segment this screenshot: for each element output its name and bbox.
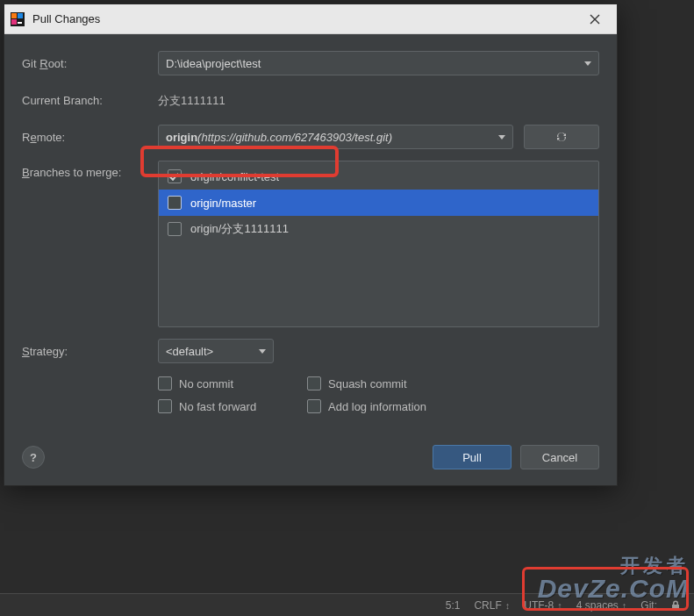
indent[interactable]: 4 spaces <box>571 599 633 612</box>
no-fast-forward-checkbox[interactable]: No fast forward <box>158 399 307 413</box>
chevron-down-icon <box>584 61 591 66</box>
remote-row: Remote: origin(https://github.com/627463… <box>22 124 599 150</box>
chevron-down-icon <box>498 135 505 140</box>
no-commit-checkbox[interactable]: No commit <box>158 376 307 390</box>
current-branch-value: 分支1111111 <box>158 91 225 109</box>
branch-item[interactable]: origin/master <box>159 190 598 216</box>
remote-value: origin(https://github.com/627463903/test… <box>166 131 392 144</box>
intellij-icon <box>10 11 25 27</box>
cancel-button[interactable]: Cancel <box>520 445 599 469</box>
branch-checkbox[interactable] <box>168 169 182 183</box>
strategy-select[interactable]: <default> <box>158 339 274 363</box>
remote-label: Remote: <box>22 131 158 144</box>
branches-label: Branches to merge: <box>22 161 158 179</box>
lock-icon[interactable] <box>666 600 685 611</box>
svg-rect-3 <box>11 19 17 25</box>
branches-row: Branches to merge: origin/conflict-test … <box>22 161 599 327</box>
branch-label: origin/master <box>190 197 256 210</box>
options-row: No commit Squash commit No fast forward … <box>22 375 599 413</box>
git-root-row: Git Root: D:\idea\project\test <box>22 50 599 76</box>
checkbox-icon <box>307 399 321 413</box>
line-separator[interactable]: CRLF <box>469 599 515 612</box>
remote-select[interactable]: origin(https://github.com/627463903/test… <box>158 125 513 149</box>
git-root-label: Git Root: <box>22 57 158 70</box>
chevron-down-icon <box>259 349 266 354</box>
help-button[interactable]: ? <box>22 446 45 469</box>
branch-checkbox[interactable] <box>168 196 182 210</box>
status-bar: 5:1 CRLF UTF-8 4 spaces Git: <box>0 593 694 616</box>
refresh-icon <box>554 130 569 144</box>
strategy-label: Strategy: <box>22 345 158 358</box>
refresh-button[interactable] <box>524 125 599 149</box>
git-root-select[interactable]: D:\idea\project\test <box>158 51 599 75</box>
svg-rect-4 <box>18 22 22 24</box>
git-root-value: D:\idea\project\test <box>166 57 261 70</box>
close-icon <box>590 14 600 25</box>
squash-commit-checkbox[interactable]: Squash commit <box>307 376 483 390</box>
dialog-title: Pull Changes <box>32 12 580 25</box>
encoding[interactable]: UTF-8 <box>519 599 568 612</box>
git-widget[interactable]: Git: <box>635 599 662 612</box>
dialog-content: Git Root: D:\idea\project\test Current B… <box>4 34 617 433</box>
titlebar: Pull Changes <box>4 4 617 34</box>
branch-label: origin/分支1111111 <box>190 221 289 237</box>
close-button[interactable] <box>580 9 610 30</box>
svg-rect-2 <box>18 13 23 18</box>
checkbox-icon <box>158 399 172 413</box>
current-branch-row: Current Branch: 分支1111111 <box>22 87 599 113</box>
strategy-value: <default> <box>166 345 213 358</box>
dialog-footer: ? Pull Cancel <box>4 433 617 485</box>
pull-changes-dialog: Pull Changes Git Root: D:\idea\project\t… <box>4 4 618 486</box>
branches-list[interactable]: origin/conflict-test origin/master origi… <box>158 161 599 327</box>
options-grid: No commit Squash commit No fast forward … <box>158 376 483 413</box>
branch-item[interactable]: origin/conflict-test <box>159 163 598 190</box>
checkbox-icon <box>158 376 172 390</box>
add-log-checkbox[interactable]: Add log information <box>307 399 483 413</box>
strategy-row: Strategy: <default> <box>22 338 599 364</box>
branch-item[interactable]: origin/分支1111111 <box>159 216 598 242</box>
pull-button[interactable]: Pull <box>433 445 512 469</box>
checkbox-icon <box>307 376 321 390</box>
branch-label: origin/conflict-test <box>190 170 279 183</box>
svg-rect-1 <box>11 13 17 18</box>
caret-position[interactable]: 5:1 <box>440 599 466 612</box>
branch-checkbox[interactable] <box>168 222 182 236</box>
current-branch-label: Current Branch: <box>22 94 158 107</box>
